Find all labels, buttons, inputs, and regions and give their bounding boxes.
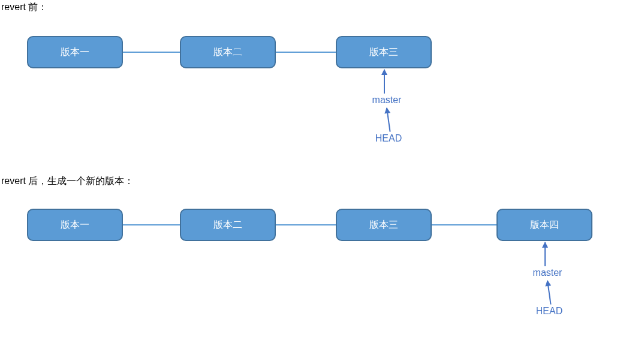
connector-after-2	[276, 224, 336, 225]
after-commit-4: 版本四	[496, 209, 592, 241]
after-commit-1: 版本一	[27, 209, 123, 241]
before-commit-1-label: 版本一	[61, 46, 89, 59]
arrow-head-before	[386, 108, 391, 132]
arrow-master-after	[544, 242, 546, 266]
after-title: revert 后，生成一个新的版本：	[1, 175, 134, 188]
connector-after-1	[123, 224, 180, 225]
before-commit-2-label: 版本二	[213, 46, 242, 59]
after-commit-2-label: 版本二	[213, 219, 242, 231]
before-commit-2: 版本二	[180, 36, 276, 68]
arrow-head-after	[547, 281, 552, 305]
arrow-master-before	[384, 70, 385, 94]
after-commit-2: 版本二	[180, 209, 276, 241]
before-commit-3-label: 版本三	[369, 46, 398, 59]
connector-after-3	[432, 224, 496, 225]
master-label-after: master	[529, 267, 565, 278]
master-label-before: master	[369, 95, 405, 106]
connector-before-2	[276, 52, 336, 53]
after-commit-1-label: 版本一	[61, 219, 89, 231]
connector-before-1	[123, 52, 180, 53]
head-label-after: HEAD	[534, 306, 564, 317]
after-commit-3: 版本三	[336, 209, 432, 241]
before-title: revert 前：	[1, 1, 47, 14]
after-commit-4-label: 版本四	[530, 219, 559, 231]
after-commit-3-label: 版本三	[369, 219, 398, 231]
before-commit-3: 版本三	[336, 36, 432, 68]
head-label-before: HEAD	[374, 133, 404, 144]
before-commit-1: 版本一	[27, 36, 123, 68]
